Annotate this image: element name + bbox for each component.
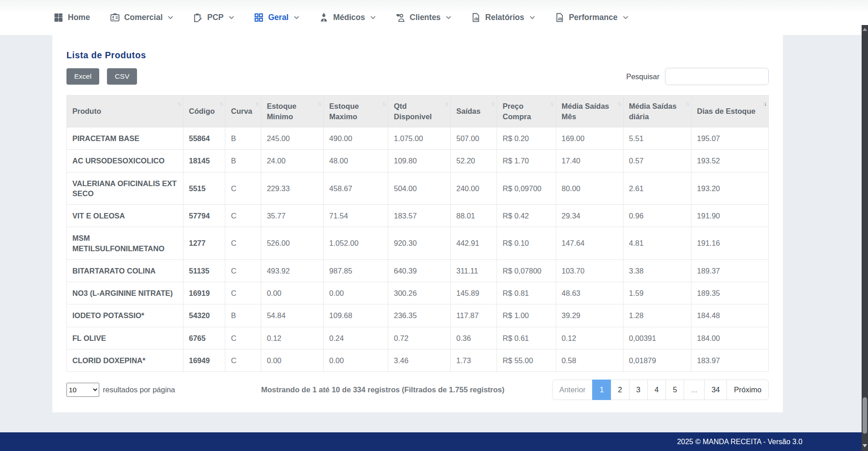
table-cell: 169.00 (556, 127, 623, 150)
sort-icon: ↑↓ (444, 100, 447, 108)
table-cell: 191.90 (691, 205, 769, 227)
table-cell: C (225, 227, 261, 260)
nav-item-relatorios[interactable]: Relatórios (471, 13, 535, 22)
page-button-[interactable]: ... (684, 380, 705, 400)
footer-text: 2025 © MANDA RECEITA - Versão 3.0 (677, 438, 802, 446)
sort-icon: ↑↓ (255, 100, 258, 108)
nav-item-geral[interactable]: Geral (254, 13, 299, 22)
table-cell: 493.92 (261, 259, 324, 282)
table-cell: 103.70 (556, 259, 623, 282)
table-cell: R$ 0.42 (497, 205, 556, 227)
column-header-7[interactable]: Preço Compra↑↓ (497, 96, 556, 127)
page-button-4[interactable]: 4 (647, 380, 666, 400)
table-cell: VIT E OLEOSA (67, 205, 183, 227)
nav-item-label: PCP (207, 13, 223, 22)
excel-export-button[interactable]: Excel (66, 68, 99, 85)
table-body: PIRACETAM BASE55864B245.00490.001.075.00… (67, 127, 769, 372)
page-button-anterior[interactable]: Anterior (552, 380, 593, 400)
table-cell: 0.24 (324, 327, 388, 349)
column-label: Curva (231, 107, 252, 115)
table-row: PIRACETAM BASE55864B245.00490.001.075.00… (67, 127, 769, 150)
table-cell: 987.85 (324, 259, 388, 282)
table-cell: 54.84 (261, 304, 324, 327)
top-navbar: HomeComercialPCPGeralMédicosClientesRela… (0, 0, 868, 35)
table-cell: 193.20 (691, 172, 769, 205)
chevron-down-icon (167, 16, 173, 20)
csv-export-button[interactable]: CSV (107, 68, 137, 85)
table-cell: 109.68 (324, 304, 388, 327)
column-label: Saídas (456, 107, 480, 115)
table-cell: 24.00 (261, 150, 324, 172)
table-cell: 183.57 (388, 205, 451, 227)
nav-item-label: Geral (268, 13, 289, 22)
page-size-select[interactable]: 10 (66, 383, 99, 397)
nav-item-medicos[interactable]: Médicos (319, 13, 376, 22)
page-button-1[interactable]: 1 (592, 380, 611, 400)
clipboard-icon (193, 13, 203, 22)
chevron-down-icon (529, 16, 535, 20)
table-cell: 920.30 (388, 227, 451, 260)
chevron-down-icon (370, 16, 376, 20)
nav-item-pcp[interactable]: PCP (193, 13, 234, 22)
sort-icon: ↑↓ (762, 100, 766, 108)
page-button-34[interactable]: 34 (704, 380, 727, 400)
column-header-3[interactable]: Estoque Minimo↑↓ (261, 96, 324, 127)
grid-icon (254, 13, 264, 22)
column-label: Dias de Estoque (697, 107, 755, 115)
sort-icon: ↑↓ (685, 100, 688, 108)
column-header-10[interactable]: Dias de Estoque↑↓ (691, 96, 769, 127)
scrollbar-up-arrow-icon[interactable] (863, 28, 867, 31)
column-label: Código (189, 107, 215, 115)
table-cell: 490.00 (324, 127, 388, 150)
column-label: Média Saídas Mês (562, 102, 609, 120)
table-cell: 189.37 (691, 259, 769, 282)
table-cell: 1277 (183, 227, 225, 260)
page-button-2[interactable]: 2 (611, 380, 629, 400)
table-cell: R$ 0.20 (497, 127, 556, 150)
table-cell: 117.87 (451, 304, 497, 327)
table-row: MSM METILSULFONILMETANO1277C526.001.052.… (67, 227, 769, 260)
nav-item-clientes[interactable]: Clientes (396, 13, 451, 22)
nav-item-comercial[interactable]: Comercial (110, 13, 173, 22)
browser-scrollbar[interactable] (862, 25, 868, 451)
table-cell: IODETO POTASSIO* (67, 304, 183, 327)
table-cell: 240.00 (451, 172, 497, 205)
column-header-1[interactable]: Código↑↓ (183, 96, 225, 127)
table-cell: 52.20 (451, 150, 497, 172)
table-cell: 1.052.00 (324, 227, 388, 260)
column-header-0[interactable]: Produto↑↓ (67, 96, 183, 127)
search-input[interactable] (665, 68, 769, 85)
table-cell: 0.12 (556, 327, 623, 349)
scrollbar-down-arrow-icon[interactable] (863, 444, 867, 447)
column-header-4[interactable]: Estoque Maximo↑↓ (324, 96, 388, 127)
column-header-5[interactable]: Qtd Disponivel↑↓ (388, 96, 451, 127)
table-cell: 1.73 (451, 349, 497, 371)
column-header-6[interactable]: Saídas↑↓ (451, 96, 497, 127)
table-cell: FL OLIVE (67, 327, 183, 349)
doctor-icon (319, 13, 329, 22)
table-cell: 189.35 (691, 282, 769, 304)
idcard-icon (110, 13, 120, 22)
pagination: Anterior12345...34Próximo (552, 380, 769, 400)
scrollbar-thumb[interactable] (863, 397, 867, 434)
table-cell: 1.59 (623, 282, 691, 304)
column-header-9[interactable]: Média Saídas diária↑↓ (623, 96, 691, 127)
nav-item-home[interactable]: Home (54, 13, 90, 22)
table-cell: 1.28 (623, 304, 691, 327)
table-cell: 458.67 (324, 172, 388, 205)
table-cell: 48.63 (556, 282, 623, 304)
column-header-8[interactable]: Média Saídas Mês↑↓ (556, 96, 623, 127)
page-button-5[interactable]: 5 (665, 380, 684, 400)
table-cell: C (225, 349, 261, 371)
nav-item-performance[interactable]: Performance (555, 13, 628, 22)
nav-item-label: Relatórios (485, 13, 524, 22)
table-cell: R$ 0.61 (497, 327, 556, 349)
page-button-prximo[interactable]: Próximo (726, 380, 769, 400)
table-cell: 507.00 (451, 127, 497, 150)
column-header-2[interactable]: Curva↑↓ (225, 96, 261, 127)
page-button-3[interactable]: 3 (629, 380, 648, 400)
table-cell: CLORID DOXEPINA* (67, 349, 183, 371)
table-cell: 57794 (183, 205, 225, 227)
nav-item-label: Clientes (410, 13, 441, 22)
table-cell: 300.26 (388, 282, 451, 304)
